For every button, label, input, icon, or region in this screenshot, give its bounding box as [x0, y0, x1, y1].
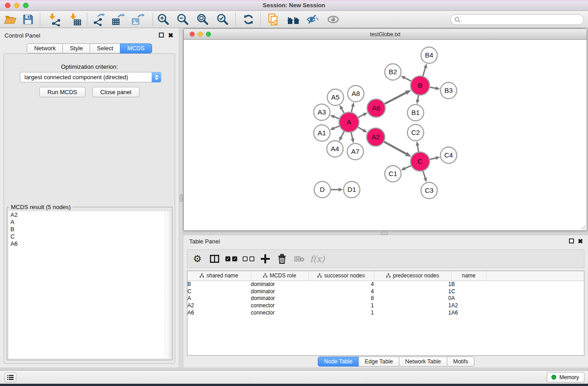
graph-edge-A-A7[interactable] [351, 132, 353, 139]
table-cell[interactable]: A2 [451, 302, 486, 309]
table-cell[interactable]: A2 [187, 302, 251, 309]
dropdown-stepper-icon[interactable] [152, 72, 161, 82]
column-header-successor-nodes[interactable]: successor nodes [308, 271, 374, 281]
table-cell[interactable]: connector [251, 309, 308, 316]
graph-edge-C-C3[interactable] [423, 171, 425, 178]
tab-network[interactable]: Network [27, 43, 63, 53]
graph-edge-A-A4[interactable] [341, 131, 344, 138]
task-history-button[interactable] [5, 372, 16, 382]
table-row[interactable]: Bdominator41B [187, 281, 584, 288]
open-file-icon[interactable] [3, 13, 18, 26]
table-cell[interactable]: 1 [374, 309, 451, 316]
save-session-icon[interactable] [20, 13, 36, 26]
graph-edge-B-B2[interactable] [404, 78, 411, 81]
graph-edge-A-A6[interactable] [358, 114, 364, 118]
export-network-icon[interactable] [91, 13, 106, 26]
graph-edge-B-B4[interactable] [423, 67, 425, 76]
table-cell[interactable]: B [187, 281, 251, 288]
table-row[interactable]: Cdominator41C [187, 288, 584, 295]
column-header-predecessor-nodes[interactable]: predecessor nodes [374, 271, 451, 281]
tab-mcds[interactable]: MCDS [120, 43, 152, 53]
net-close-button[interactable] [190, 32, 195, 37]
table-cell[interactable]: dominator [251, 281, 308, 288]
graph-edge-A-A8[interactable] [351, 106, 353, 112]
float-panel-icon[interactable] [159, 33, 164, 38]
graph-edge-A-A1[interactable] [334, 126, 339, 129]
network-window-titlebar[interactable]: testGlobe.txt [184, 29, 587, 40]
close-panel-button[interactable]: Close panel [92, 87, 140, 97]
table-cell[interactable]: C [187, 288, 251, 295]
table-cell[interactable]: 1 [374, 302, 451, 309]
import-table-icon[interactable] [67, 13, 83, 26]
show-all-icon[interactable] [325, 13, 341, 26]
tab-node-table[interactable]: Node Table [318, 357, 359, 367]
zoom-out-icon[interactable] [175, 13, 191, 26]
memory-button[interactable]: Memory [547, 372, 584, 382]
net-minimize-button[interactable] [198, 32, 203, 37]
tab-motifs[interactable]: Motifs [447, 357, 474, 367]
mcds-result-item[interactable]: A2 [9, 211, 165, 219]
table-close-panel-icon[interactable]: ✖ [578, 238, 583, 244]
import-network-icon[interactable] [47, 13, 62, 26]
graph-edge-A6-B[interactable] [385, 93, 406, 104]
export-table-icon[interactable] [110, 13, 126, 26]
table-row[interactable]: A6connector11A6 [187, 309, 584, 316]
zoom-fit-icon[interactable] [195, 13, 210, 26]
table-cell[interactable]: 1 [374, 288, 451, 295]
table-cell[interactable]: connector [251, 302, 308, 309]
table-cell[interactable]: 1 [308, 302, 374, 309]
search-input[interactable] [463, 15, 580, 24]
table-settings-icon[interactable]: ⚙ [193, 254, 202, 263]
table-cell[interactable]: 1 [374, 281, 451, 288]
window-resize-grip[interactable] [580, 224, 586, 230]
column-organize-icon[interactable] [210, 255, 220, 263]
graph-edge-C-C1[interactable] [405, 166, 411, 168]
table-float-panel-icon[interactable] [569, 238, 574, 243]
table-cell[interactable]: B [451, 281, 486, 288]
mcds-result-item[interactable]: C [9, 233, 165, 240]
table-cell[interactable]: dominator [251, 295, 308, 302]
table-cell[interactable]: 4 [308, 281, 374, 288]
tab-style[interactable]: Style [62, 43, 90, 53]
select-all-checkboxes-icon[interactable]: ✓✓ [225, 256, 237, 261]
mcds-result-item[interactable]: A6 [9, 240, 165, 248]
graph-edge-B-B3[interactable] [430, 87, 436, 88]
close-panel-icon[interactable]: ✖ [168, 33, 173, 38]
criterion-dropdown[interactable]: largest connected component (directed) [20, 72, 161, 82]
tab-select[interactable]: Select [90, 43, 120, 53]
table-row[interactable]: A2connector11A2 [187, 302, 584, 309]
table-cell[interactable]: 0 [374, 295, 451, 302]
graph-edge-B-B1[interactable] [418, 95, 419, 100]
graph-edge-A2-C[interactable] [384, 142, 406, 154]
zoom-in-icon[interactable] [156, 13, 171, 26]
node-table[interactable]: shared nameMCDS rolesuccessor nodesprede… [187, 271, 584, 316]
refresh-view-icon[interactable] [241, 13, 256, 26]
mcds-result-list[interactable]: A2ABCA6 [9, 211, 165, 358]
network-graph[interactable]: B4B2BB3A5A8A6B1A3AA1C2A2A4A7C4CC1C3DD1 [184, 40, 587, 230]
table-cell[interactable]: A6 [187, 309, 251, 316]
graph-edge-A-A3[interactable] [334, 117, 339, 119]
run-mcds-button[interactable]: Run MCDS [39, 87, 86, 97]
close-window-button[interactable] [5, 3, 10, 8]
zoom-window-button[interactable] [23, 3, 29, 8]
tab-edge-table[interactable]: Edge Table [359, 357, 399, 367]
graph-edge-C-C2[interactable] [417, 145, 418, 152]
deselect-all-checkboxes-icon[interactable] [243, 256, 254, 261]
horizontal-divider-grip[interactable] [381, 232, 388, 235]
mcds-result-item[interactable]: B [9, 226, 165, 233]
hide-selected-icon[interactable] [305, 13, 320, 26]
graph-edge-C-C4[interactable] [430, 158, 436, 159]
graph-edge-A-A2[interactable] [358, 127, 364, 130]
result-scrollbar[interactable] [165, 211, 171, 358]
zoom-selected-icon[interactable] [215, 13, 230, 26]
vertical-divider-grip[interactable] [180, 195, 183, 202]
graph-edge-A-A5[interactable] [341, 109, 344, 113]
table-row[interactable]: Adominator80A [187, 295, 584, 302]
delete-column-icon[interactable] [277, 254, 287, 264]
add-column-icon[interactable] [260, 254, 270, 264]
first-neighbors-icon[interactable] [286, 13, 301, 26]
table-cell[interactable]: A6 [451, 309, 486, 316]
mcds-result-item[interactable]: A [9, 219, 165, 226]
tab-network-table[interactable]: Network Table [399, 357, 447, 367]
table-cell[interactable]: 8 [308, 295, 374, 302]
